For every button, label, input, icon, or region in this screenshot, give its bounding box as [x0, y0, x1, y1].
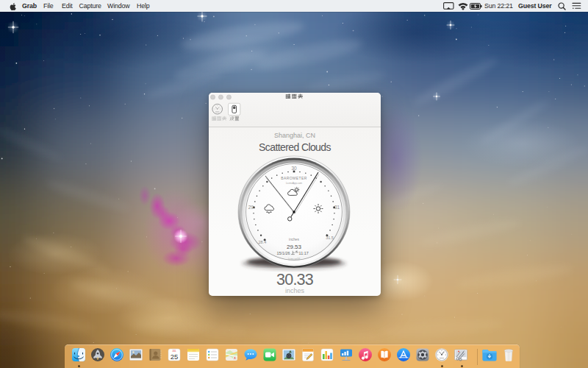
svg-text:11:17: 11:17	[299, 250, 309, 255]
svg-text:31: 31	[334, 204, 340, 209]
svg-text:29.53: 29.53	[287, 243, 302, 250]
svg-text:BAROMETER: BAROMETER	[281, 176, 307, 180]
svg-text:25: 25	[171, 352, 179, 360]
svg-text:inches: inches	[289, 237, 299, 241]
svg-text:LicmsApp.com: LicmsApp.com	[286, 182, 302, 185]
svg-text:30: 30	[291, 166, 297, 171]
svg-text:15/1/26: 15/1/26	[277, 250, 290, 255]
svg-text:31.5: 31.5	[326, 235, 334, 239]
svg-text:28.4: 28.4	[259, 240, 267, 244]
svg-text:29: 29	[248, 204, 254, 209]
svg-text:Licms weDfl: Licms weDfl	[288, 257, 301, 260]
